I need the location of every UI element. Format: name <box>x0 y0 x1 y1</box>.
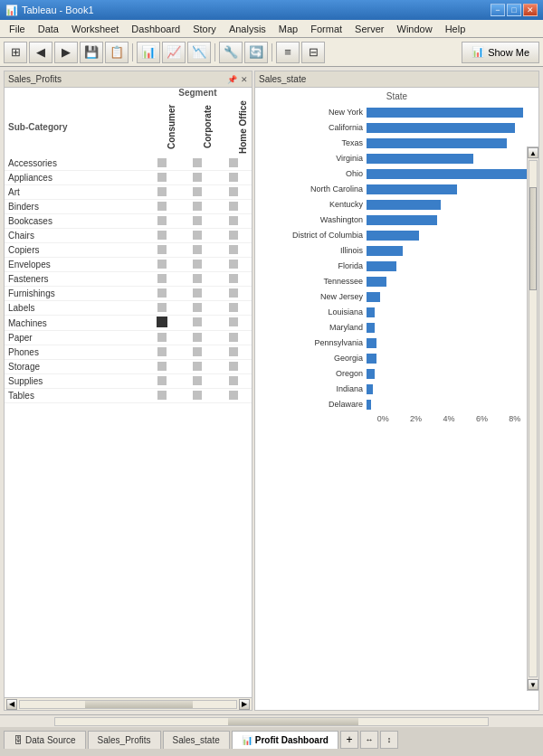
bar[interactable] <box>367 138 507 148</box>
maximize-button[interactable]: □ <box>507 4 521 16</box>
table-row: Bookcases <box>5 214 252 229</box>
table-row: Art <box>5 185 252 200</box>
sales-state-panel: Sales_state State New YorkCaliforniaTexa… <box>254 71 539 711</box>
menu-help[interactable]: Help <box>440 22 472 36</box>
close-button[interactable]: ✕ <box>523 4 538 16</box>
tab-sales-state[interactable]: Sales_state <box>163 731 230 749</box>
tab-data-source[interactable]: 🗄 Data Source <box>4 731 86 749</box>
bar-label: Washington <box>262 215 367 224</box>
panel-pin-icon[interactable]: 📌 <box>227 75 237 84</box>
tab-sales-profits[interactable]: Sales_Profits <box>88 731 161 749</box>
row-label: Labels <box>5 301 144 316</box>
bar-label: Tennessee <box>262 277 367 286</box>
cell <box>180 287 216 301</box>
panel-close-icon[interactable]: ✕ <box>241 75 248 84</box>
toolbar-chart2-btn[interactable]: 📈 <box>162 42 186 63</box>
bar[interactable] <box>367 108 523 118</box>
bar[interactable] <box>367 200 441 210</box>
bar-label: New Jersey <box>262 292 367 301</box>
toolbar-filter-btn[interactable]: 🔧 <box>219 42 243 63</box>
cell-icon <box>157 333 167 342</box>
bar[interactable] <box>367 307 375 317</box>
bar[interactable] <box>367 354 376 364</box>
bar[interactable] <box>367 400 371 410</box>
bar[interactable] <box>367 169 528 179</box>
cell-icon <box>229 362 238 371</box>
show-me-button[interactable]: 📊 Show Me <box>462 42 539 63</box>
minimize-button[interactable]: − <box>491 4 505 16</box>
left-panel-scrollbar[interactable]: ◀ ▶ <box>5 697 252 710</box>
bar[interactable] <box>367 277 386 287</box>
cell-icon <box>193 260 202 269</box>
cell <box>215 331 252 345</box>
cell-icon <box>229 391 238 400</box>
toolbar-chart3-btn[interactable]: 📉 <box>187 42 211 63</box>
cell-icon <box>193 245 202 254</box>
bottom-scrollbar[interactable] <box>0 714 543 727</box>
scroll-thumb-v[interactable] <box>529 187 537 290</box>
add-tab-button[interactable]: + <box>340 731 358 749</box>
window-controls[interactable]: − □ ✕ <box>491 4 538 16</box>
toolbar-save-btn[interactable]: 💾 <box>80 42 103 63</box>
bar[interactable] <box>367 231 419 241</box>
cell <box>144 272 180 287</box>
menu-window[interactable]: Window <box>392 22 438 36</box>
bar[interactable] <box>367 261 396 271</box>
cell <box>144 258 180 272</box>
toolbar-back-btn[interactable]: ◀ <box>29 42 52 63</box>
cell <box>180 331 216 345</box>
bar-label: Louisiana <box>262 307 367 317</box>
bar[interactable] <box>367 384 373 394</box>
menu-story[interactable]: Story <box>187 22 222 36</box>
scroll-up-btn[interactable]: ▲ <box>528 147 538 158</box>
scroll-right-btn[interactable]: ▶ <box>239 699 250 710</box>
row-label: Bookcases <box>5 214 144 229</box>
bar[interactable] <box>367 323 375 333</box>
bottom-scroll-thumb[interactable] <box>228 718 357 725</box>
bar-label: Maryland <box>262 323 367 332</box>
bar-label: District of Columbia <box>262 231 367 240</box>
toolbar-grid-btn[interactable]: ⊞ <box>4 42 27 63</box>
cell-icon <box>229 216 238 225</box>
cell <box>144 243 180 258</box>
bottom-scroll-track[interactable] <box>54 717 489 726</box>
bar[interactable] <box>367 154 473 164</box>
bar[interactable] <box>367 184 457 194</box>
bar[interactable] <box>367 123 515 133</box>
menu-file[interactable]: File <box>4 22 31 36</box>
scroll-thumb[interactable] <box>85 701 194 708</box>
menu-server[interactable]: Server <box>349 22 389 36</box>
scroll-down-btn[interactable]: ▼ <box>528 679 538 690</box>
cell <box>180 301 216 316</box>
toolbar-refresh-btn[interactable]: 🔄 <box>244 42 268 63</box>
tab-profit-dashboard[interactable]: 📊 Profit Dashboard <box>232 731 338 749</box>
bar[interactable] <box>367 338 376 348</box>
bar[interactable] <box>367 215 437 225</box>
toolbar-copy-btn[interactable]: 📋 <box>105 42 129 63</box>
cell-icon <box>157 288 167 298</box>
menu-format[interactable]: Format <box>305 22 348 36</box>
bar-label: North Carolina <box>262 184 367 194</box>
cell <box>180 258 216 272</box>
tab-extra-1[interactable]: ↔ <box>360 731 378 749</box>
bar[interactable] <box>367 369 375 379</box>
sales-profits-title-bar: Sales_Profits 📌 ✕ <box>5 71 252 88</box>
menu-worksheet[interactable]: Worksheet <box>66 22 124 36</box>
tab-extra-2[interactable]: ↕ <box>380 731 398 749</box>
right-scrollbar[interactable]: ▲ ▼ <box>527 146 539 691</box>
toolbar-chart1-btn[interactable]: 📊 <box>137 42 160 63</box>
scroll-left-btn[interactable]: ◀ <box>6 699 17 710</box>
toolbar-forward-btn[interactable]: ▶ <box>54 42 78 63</box>
scroll-track-v[interactable] <box>529 160 538 677</box>
bar[interactable] <box>367 246 403 256</box>
scroll-track[interactable] <box>19 700 237 709</box>
menu-data[interactable]: Data <box>33 22 64 36</box>
menu-dashboard[interactable]: Dashboard <box>126 22 186 36</box>
toolbar-group-btn[interactable]: ⊟ <box>301 42 325 63</box>
show-me-icon: 📊 <box>472 46 484 58</box>
menu-analysis[interactable]: Analysis <box>224 22 272 36</box>
cell <box>180 171 216 185</box>
bar[interactable] <box>367 292 380 302</box>
toolbar-sort-btn[interactable]: ≡ <box>276 42 300 63</box>
menu-map[interactable]: Map <box>273 22 303 36</box>
